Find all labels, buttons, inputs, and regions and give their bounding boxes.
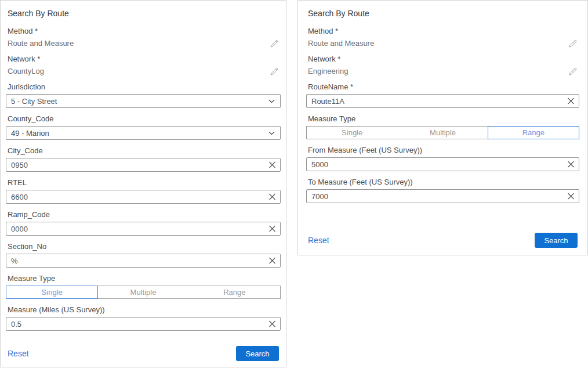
- x-icon: [567, 161, 575, 168]
- measure-field: Measure (Miles (US Survey)): [6, 305, 281, 331]
- search-by-route-panel-right: Search By Route Method * Route and Measu…: [297, 0, 588, 255]
- clear-button[interactable]: [268, 257, 276, 265]
- clear-button[interactable]: [268, 161, 276, 169]
- route-name-field: RouteName *: [306, 82, 579, 108]
- reset-link[interactable]: Reset: [8, 349, 29, 358]
- reset-link[interactable]: Reset: [308, 236, 329, 245]
- clear-button[interactable]: [268, 320, 276, 328]
- county-code-field: County_Code 49 - Marion: [6, 114, 281, 140]
- measure-type-range-tab[interactable]: Range: [488, 127, 579, 139]
- network-edit-button[interactable]: [568, 67, 578, 76]
- section-no-input[interactable]: [6, 254, 281, 268]
- jurisdiction-selected-value: 5 - City Street: [11, 97, 57, 106]
- clear-button[interactable]: [268, 193, 276, 201]
- clear-button[interactable]: [268, 225, 276, 233]
- method-value: Route and Measure: [8, 39, 74, 48]
- network-field: Network * CountyLog: [6, 55, 281, 76]
- county-code-label: County_Code: [8, 114, 281, 124]
- method-edit-button[interactable]: [269, 39, 279, 48]
- measure-type-segmented-control: Single Multiple Range: [6, 286, 281, 299]
- measure-type-multiple-tab[interactable]: Multiple: [397, 127, 488, 139]
- x-icon: [268, 257, 276, 265]
- from-measure-field: From Measure (Feet (US Survey)): [306, 146, 579, 171]
- method-field: Method * Route and Measure: [306, 27, 579, 48]
- panel-title: Search By Route: [8, 9, 279, 18]
- to-measure-label: To Measure (Feet (US Survey)): [308, 178, 579, 187]
- measure-type-label: Measure Type: [8, 274, 281, 283]
- measure-type-range-tab[interactable]: Range: [189, 286, 280, 298]
- city-code-field: City_Code: [6, 146, 281, 172]
- to-measure-field: To Measure (Feet (US Survey)): [306, 178, 579, 203]
- rtel-field: RTEL: [6, 178, 281, 204]
- clear-button[interactable]: [567, 193, 575, 200]
- clear-button[interactable]: [567, 98, 575, 105]
- network-label: Network *: [308, 55, 579, 64]
- from-measure-label: From Measure (Feet (US Survey)): [308, 146, 579, 155]
- route-name-label: RouteName *: [308, 82, 579, 92]
- pencil-icon: [568, 39, 577, 48]
- x-icon: [567, 98, 575, 105]
- pencil-icon: [568, 67, 577, 76]
- clear-button[interactable]: [567, 161, 575, 168]
- network-label: Network *: [8, 55, 281, 64]
- panel-footer: Reset Search: [6, 346, 281, 361]
- measure-type-single-tab[interactable]: Single: [307, 127, 397, 139]
- from-measure-input[interactable]: [306, 157, 579, 171]
- jurisdiction-select[interactable]: 5 - City Street: [6, 94, 281, 108]
- measure-type-label: Measure Type: [308, 114, 579, 124]
- method-label: Method *: [8, 27, 281, 36]
- search-button[interactable]: Search: [236, 346, 279, 361]
- x-icon: [268, 320, 276, 328]
- network-value: CountyLog: [8, 67, 44, 76]
- measure-type-multiple-tab[interactable]: Multiple: [97, 286, 188, 298]
- method-field: Method * Route and Measure: [6, 27, 281, 48]
- measure-type-field: Measure Type Single Multiple Range: [6, 274, 281, 299]
- ramp-code-label: Ramp_Code: [8, 210, 281, 219]
- jurisdiction-field: Jurisdiction 5 - City Street: [6, 82, 281, 108]
- city-code-input[interactable]: [6, 158, 281, 172]
- measure-input[interactable]: [6, 317, 281, 331]
- ramp-code-input[interactable]: [6, 222, 281, 236]
- rtel-input[interactable]: [6, 190, 281, 204]
- x-icon: [268, 225, 276, 233]
- ramp-code-field: Ramp_Code: [6, 210, 281, 236]
- search-button[interactable]: Search: [535, 233, 578, 248]
- x-icon: [268, 161, 276, 169]
- x-icon: [567, 193, 575, 200]
- rtel-label: RTEL: [8, 178, 281, 187]
- method-value: Route and Measure: [308, 39, 374, 48]
- network-edit-button[interactable]: [269, 67, 279, 76]
- jurisdiction-label: Jurisdiction: [8, 82, 281, 92]
- measure-type-single-tab[interactable]: Single: [6, 286, 97, 298]
- pencil-icon: [270, 39, 278, 48]
- panel-footer: Reset Search: [306, 233, 579, 248]
- network-field: Network * Engineering: [306, 55, 579, 76]
- panel-title: Search By Route: [308, 9, 578, 18]
- method-edit-button[interactable]: [568, 39, 578, 48]
- pencil-icon: [270, 67, 278, 76]
- measure-type-segmented-control: Single Multiple Range: [306, 126, 579, 139]
- county-code-select[interactable]: 49 - Marion: [6, 126, 281, 140]
- chevron-down-icon: [268, 131, 275, 135]
- county-code-selected-value: 49 - Marion: [11, 129, 49, 138]
- x-icon: [268, 193, 276, 201]
- measure-label: Measure (Miles (US Survey)): [8, 305, 281, 315]
- network-value: Engineering: [308, 67, 348, 76]
- chevron-down-icon: [268, 99, 275, 103]
- measure-type-field: Measure Type Single Multiple Range: [306, 114, 579, 139]
- section-no-field: Section_No: [6, 242, 281, 268]
- route-name-input[interactable]: [306, 94, 579, 108]
- search-by-route-panel-left: Search By Route Method * Route and Measu…: [0, 0, 286, 367]
- city-code-label: City_Code: [8, 146, 281, 156]
- to-measure-input[interactable]: [306, 189, 579, 203]
- section-no-label: Section_No: [8, 242, 281, 251]
- method-label: Method *: [308, 27, 579, 36]
